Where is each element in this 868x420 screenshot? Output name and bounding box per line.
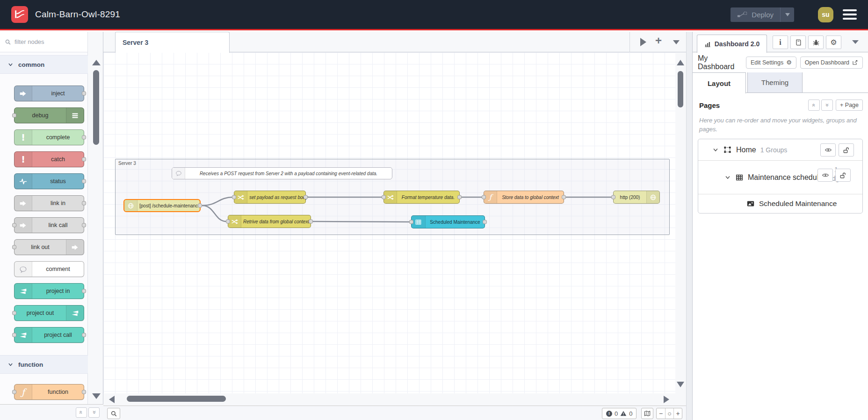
deploy-button-main[interactable]: Deploy [731, 7, 780, 22]
input-port[interactable] [12, 390, 16, 394]
output-port[interactable] [304, 195, 308, 199]
canvas-search-button[interactable] [107, 408, 120, 419]
output-port[interactable] [82, 289, 86, 293]
output-port[interactable] [82, 157, 86, 162]
page-visibility-button[interactable] [820, 143, 836, 157]
palette-node-catch[interactable]: ! catch [14, 151, 84, 167]
input-port[interactable] [12, 223, 16, 228]
output-port[interactable] [483, 220, 487, 224]
palette-scrollbar-thumb[interactable] [93, 70, 99, 145]
output-port[interactable] [309, 220, 313, 224]
expand-all-pages-button[interactable]: « [821, 100, 833, 111]
input-port[interactable] [12, 114, 16, 118]
palette-scroll-down-icon[interactable] [92, 393, 101, 399]
input-port[interactable] [482, 195, 486, 199]
output-port[interactable] [82, 201, 86, 206]
tree-row-page-home[interactable]: Home 1 Groups [698, 139, 862, 161]
zoom-in-button[interactable]: + [673, 408, 682, 419]
page-lock-button[interactable] [839, 143, 854, 157]
collapse-all-pages-button[interactable]: « [808, 100, 820, 111]
palette-expand-all-button[interactable]: « [88, 407, 100, 418]
input-port[interactable] [12, 245, 16, 249]
sidebar-menu-button[interactable] [852, 40, 859, 44]
tab-layout[interactable]: Layout [693, 72, 746, 93]
info-button[interactable]: i [773, 36, 788, 49]
zoom-reset-button[interactable]: ○ [665, 408, 673, 419]
input-port[interactable] [382, 195, 386, 199]
palette-node-complete[interactable]: ! complete [14, 129, 84, 145]
flow-canvas[interactable]: Server 3 Rece [103, 52, 686, 420]
output-port[interactable] [82, 390, 86, 394]
palette-collapse-all-button[interactable]: « [76, 407, 87, 418]
node-http-in[interactable]: [post] /schedule-maintenance [123, 199, 201, 212]
palette-filter[interactable] [0, 32, 87, 52]
output-port[interactable] [82, 92, 86, 96]
palette-node-inject[interactable]: inject [14, 85, 84, 101]
palette-node-link-in[interactable]: link in [14, 195, 84, 211]
node-retrieve-global-context[interactable]: Retrive data from global context [228, 215, 311, 228]
scroll-down-icon[interactable] [677, 382, 684, 387]
input-port[interactable] [226, 220, 230, 224]
comment-node[interactable]: Receives a POST request from Server 2 wi… [172, 167, 392, 179]
debug-button[interactable] [808, 36, 824, 49]
node-ui-table-scheduled-maintenance[interactable]: Scheduled Maintenance [411, 215, 485, 228]
palette-scroll-up-icon[interactable] [92, 60, 101, 65]
sidebar-tab-dashboard[interactable]: Dashboard 2.0 [697, 35, 767, 53]
output-port[interactable] [457, 195, 462, 199]
hscrollbar-thumb[interactable] [127, 396, 226, 402]
tab-menu-button[interactable] [673, 40, 680, 44]
canvas-grid[interactable]: Server 3 Rece [103, 52, 675, 393]
user-avatar[interactable]: su [818, 7, 833, 22]
input-port[interactable] [611, 195, 615, 199]
output-port[interactable] [82, 179, 86, 184]
palette-node-debug[interactable]: debug [14, 107, 84, 123]
notifications-badge[interactable]: ! 0 0 [602, 408, 637, 419]
output-port[interactable] [562, 195, 566, 199]
node-set-payload[interactable]: set payload as request body [234, 191, 306, 204]
node-format-temperature[interactable]: Format temperature data. [383, 191, 460, 204]
tree-row-group-maintenance[interactable]: Maintenance schedul... 1 Widgets [698, 161, 862, 194]
deploy-button[interactable]: Deploy [731, 7, 794, 22]
input-port[interactable] [409, 220, 413, 224]
deploy-options-button[interactable] [780, 7, 794, 22]
scroll-left-icon[interactable] [109, 396, 115, 403]
chevron-down-icon[interactable] [712, 147, 719, 153]
node-http-response[interactable]: http (200) [613, 191, 660, 204]
output-port[interactable] [82, 223, 86, 228]
output-port[interactable] [82, 333, 86, 337]
palette-node-function[interactable]: ƒ function [14, 384, 84, 400]
tree-row-widget-scheduled-maintenance[interactable]: Scheduled Maintenance [698, 194, 862, 213]
group-visibility-button[interactable] [817, 169, 833, 182]
filter-nodes-input[interactable] [14, 38, 80, 45]
palette-node-link-out[interactable]: link out [14, 239, 84, 255]
palette-category-common[interactable]: common [0, 55, 88, 74]
palette-node-link-call[interactable]: link call [14, 217, 84, 233]
zoom-out-button[interactable]: − [657, 408, 665, 419]
tab-list-button[interactable] [640, 38, 646, 46]
config-button[interactable]: ⚙ [826, 36, 841, 49]
palette-node-status[interactable]: status [14, 173, 84, 189]
sidebar-resize-handle[interactable] [686, 32, 693, 420]
add-flow-button[interactable]: + [655, 34, 662, 47]
scroll-up-icon[interactable] [677, 60, 684, 65]
open-dashboard-button[interactable]: Open Dashboard [800, 57, 863, 69]
palette-node-project-call[interactable]: project call [14, 327, 84, 343]
flow-tab-server3[interactable]: Server 3 [115, 32, 230, 53]
palette-category-function[interactable]: function [0, 355, 88, 374]
main-menu-button[interactable] [843, 9, 857, 20]
edit-settings-button[interactable]: Edit Settings ⚙ [746, 57, 796, 69]
chevron-down-icon[interactable] [724, 174, 731, 181]
palette-node-project-in[interactable]: project in [14, 283, 84, 299]
group-lock-button[interactable] [835, 169, 851, 182]
help-button[interactable] [790, 36, 806, 49]
palette-node-comment[interactable]: comment [14, 261, 84, 277]
palette-node-project-out[interactable]: project out [14, 305, 84, 321]
navigator-button[interactable] [641, 408, 653, 419]
node-store-global-context[interactable]: ƒ Store data to global context [484, 191, 564, 204]
scroll-right-icon[interactable] [664, 396, 669, 403]
vscrollbar-thumb[interactable] [678, 71, 683, 107]
input-port[interactable] [232, 195, 236, 199]
input-port[interactable] [12, 333, 16, 337]
input-port[interactable] [12, 311, 16, 315]
output-port[interactable] [82, 135, 86, 140]
